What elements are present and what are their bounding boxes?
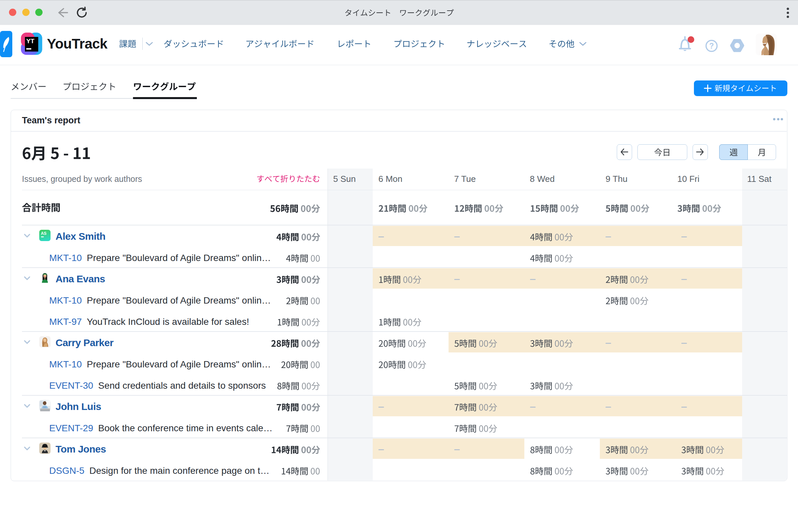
svg-text:YT: YT	[26, 38, 35, 44]
svg-text:AS: AS	[41, 231, 46, 236]
svg-text:?: ?	[709, 41, 714, 50]
